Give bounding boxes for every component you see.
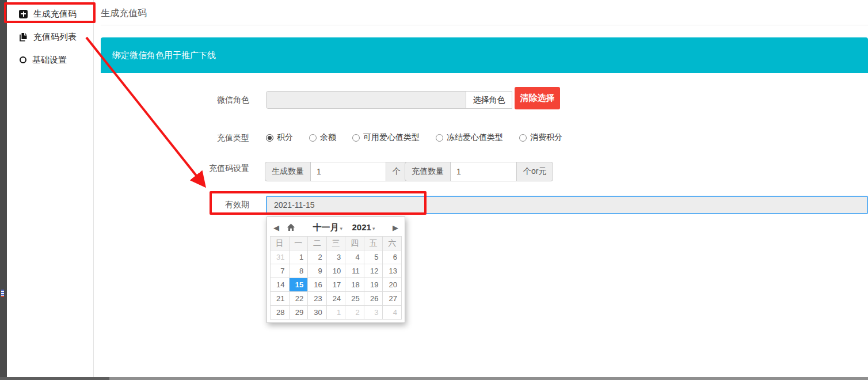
calendar-day[interactable]: 18 [345,278,364,292]
calendar-day[interactable]: 5 [364,250,383,264]
weekday-cell: 二 [308,237,327,250]
sidebar-item-basic-settings[interactable]: 基础设置 [7,51,93,69]
calendar-day[interactable]: 24 [326,292,345,306]
weekday-cell: 五 [364,237,383,250]
weekday-cell: 三 [326,237,345,250]
panel-title: 绑定微信角色用于推广下线 [101,50,216,61]
next-month-icon[interactable]: ▶ [393,224,398,231]
calendar-day[interactable]: 14 [271,278,290,292]
recharge-qty-input[interactable] [450,162,517,181]
radio-option-label: 冻结爱心值类型 [447,132,503,143]
calendar-day[interactable]: 27 [383,292,402,306]
calendar-day[interactable]: 7 [271,264,290,278]
circle-icon [20,56,26,63]
sidebar-item-label: 生成充值码 [33,9,77,20]
radio-checked-icon[interactable] [266,134,273,142]
wechat-role-label: 微信角色 [162,95,249,105]
radio-option-available-love-value[interactable]: 可用爱心值类型 [352,132,420,143]
select-role-button[interactable]: 选择角色 [466,91,512,109]
calendar-day[interactable]: 2 [308,250,327,264]
calendar-day[interactable]: 4 [345,250,364,264]
radio-icon[interactable] [436,134,443,142]
radio-option-consume-points[interactable]: 消费积分 [519,132,562,143]
calendar-day[interactable]: 1 [289,250,308,264]
panel-header: 绑定微信角色用于推广下线 [101,37,868,73]
calendar-day[interactable]: 4 [383,306,402,320]
radio-option-frozen-love-value[interactable]: 冻结爱心值类型 [436,132,503,143]
calendar-month-year: 十一月▾ 2021▾ [295,222,393,233]
calendar-day[interactable]: 6 [383,250,402,264]
radio-option-points[interactable]: 积分 [266,132,293,143]
weekday-cell: 一 [289,237,308,250]
recharge-type-options: 积分 余额 可用爱心值类型 冻结爱心值类型 消费积分 [266,132,578,143]
calendar-day[interactable]: 1 [326,306,345,320]
radio-option-label: 积分 [277,132,293,143]
calendar-day[interactable]: 2 [345,306,364,320]
calendar-day[interactable]: 31 [271,250,290,264]
weekday-cell: 六 [383,237,402,250]
radio-icon[interactable] [352,134,360,142]
window-edge-strip [0,0,7,380]
calendar-week-row: 31123456 [271,250,402,264]
home-icon[interactable] [287,223,295,231]
calendar-week-row: 14151617181920 [271,278,402,292]
calendar-day[interactable]: 29 [289,306,308,320]
radio-icon[interactable] [309,134,317,142]
sidebar-item-code-list[interactable]: 充值码列表 [7,28,93,46]
validity-date-input[interactable] [266,196,868,214]
calendar-day[interactable]: 3 [326,250,345,264]
calendar-day[interactable]: 23 [308,292,327,306]
wechat-role-input[interactable] [266,91,466,109]
calendar-day[interactable]: 20 [383,278,402,292]
calendar-day-selected[interactable]: 15 [289,278,308,292]
plus-square-icon [19,10,28,18]
radio-option-label: 余额 [320,132,336,143]
calendar-day[interactable]: 13 [383,264,402,278]
calendar-day[interactable]: 3 [364,306,383,320]
generate-qty-addon-label: 生成数量 [265,162,311,181]
calendar-grid-body: 3112345678910111213141516171819202122232… [271,250,402,320]
sidebar: 生成充值码 充值码列表 基础设置 [7,0,94,377]
radio-option-label: 可用爱心值类型 [363,132,420,143]
calendar-day[interactable]: 22 [289,292,308,306]
date-picker-popup: ◀ 十一月▾ 2021▾ ▶ 日一二三四五六 31123456789101112… [267,216,405,323]
calendar-day[interactable]: 25 [345,292,364,306]
calendar-day[interactable]: 10 [326,264,345,278]
calendar-week-row: 21222324252627 [271,292,402,306]
radio-option-balance[interactable]: 余额 [309,132,336,143]
generate-qty-input[interactable] [310,162,386,181]
header-divider [101,25,868,25]
sidebar-item-label: 充值码列表 [33,32,77,43]
calendar-day[interactable]: 21 [271,292,290,306]
window-bottom-edge [0,377,868,380]
calendar-day[interactable]: 9 [308,264,327,278]
calendar-day[interactable]: 26 [364,292,383,306]
year-select[interactable]: 2021 [352,222,371,232]
sidebar-item-generate-code[interactable]: 生成充值码 [7,5,93,23]
chevron-down-icon[interactable]: ▾ [340,226,343,231]
calendar-day[interactable]: 19 [364,278,383,292]
calendar-day[interactable]: 8 [289,264,308,278]
recharge-qty-addon-label: 充值数量 [405,162,451,181]
calendar-day[interactable]: 30 [308,306,327,320]
month-select[interactable]: 十一月 [313,222,339,232]
sidebar-item-label: 基础设置 [32,55,67,66]
code-settings-label: 充值码设置 [162,164,249,174]
recharge-type-label: 充值类型 [162,133,249,143]
calendar-day[interactable]: 28 [271,306,290,320]
chevron-down-icon[interactable]: ▾ [372,226,375,231]
weekday-cell: 四 [345,237,364,250]
calendar-week-row: 2829301234 [271,306,402,320]
recharge-qty-unit: 个or元 [516,162,553,181]
calendar-day[interactable]: 17 [326,278,345,292]
calendar-day[interactable]: 11 [345,264,364,278]
recharge-qty-group: 充值数量 个or元 [405,162,553,181]
radio-option-label: 消费积分 [530,132,562,143]
prev-month-icon[interactable]: ◀ [273,224,279,231]
calendar-day[interactable]: 12 [364,264,383,278]
calendar-grid: 日一二三四五六 31123456789101112131415161718192… [270,236,402,320]
validity-label: 有效期 [162,200,249,210]
calendar-day[interactable]: 16 [308,278,327,292]
radio-icon[interactable] [519,134,527,142]
clear-selection-button[interactable]: 清除选择 [515,87,560,109]
